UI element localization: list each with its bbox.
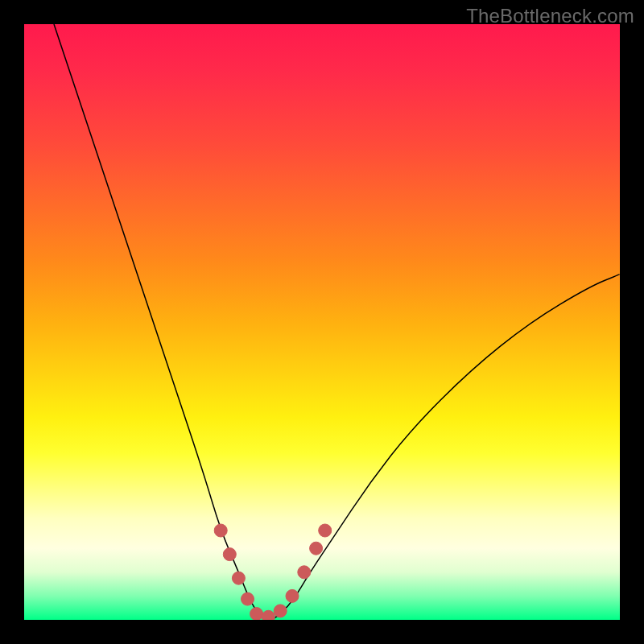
marker-dot xyxy=(319,524,332,537)
highlight-markers xyxy=(214,524,332,620)
bottleneck-curve-line xyxy=(54,24,620,620)
marker-dot xyxy=(242,592,254,605)
marker-dot xyxy=(223,548,236,561)
marker-dot xyxy=(214,524,227,537)
marker-dot xyxy=(262,610,275,620)
chart-svg xyxy=(24,24,620,620)
marker-dot xyxy=(274,605,287,617)
watermark-text: TheBottleneck.com xyxy=(466,5,634,27)
marker-dot xyxy=(250,608,263,620)
marker-dot xyxy=(298,566,311,579)
marker-dot xyxy=(286,589,299,602)
marker-dot xyxy=(232,572,245,584)
chart-plot-area xyxy=(24,24,620,620)
marker-dot xyxy=(310,542,323,555)
